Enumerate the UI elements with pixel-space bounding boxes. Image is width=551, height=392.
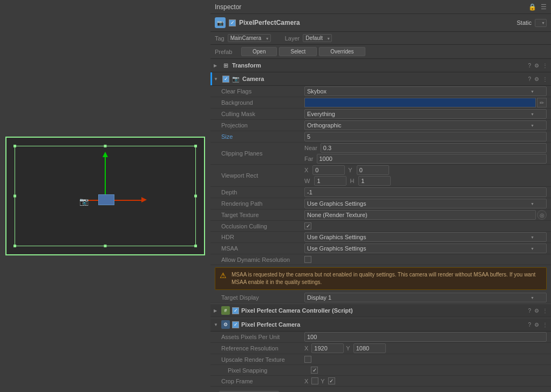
upscale-checkbox[interactable] [304,356,311,363]
clipping-planes-row: Clipping Planes Near 0.3 Far 1000 [210,143,551,165]
menu-icon[interactable]: ☰ [541,3,547,11]
pixel-perfect-camera-header[interactable]: ▼ ⚙ ✓ Pixel Perfect Camera ? ⚙ ⋮ [210,317,551,332]
crop-x-checkbox[interactable] [311,377,318,384]
size-label: Size [221,133,302,140]
transform-menu-btn[interactable]: ⋮ [542,63,548,69]
pixel-snapping-row: Pixel Snapping [210,365,551,376]
rendering-path-label: Rendering Path [221,200,302,207]
target-texture-value: None (Render Texture) [307,212,368,218]
pixel-script-help-btn[interactable]: ? [528,308,531,314]
hdr-row: HDR Use Graphics Settings [210,232,551,243]
pixel-camera-help-btn[interactable]: ? [528,322,531,328]
static-dropdown[interactable] [535,19,547,27]
transform-section-header[interactable]: ▶ ⊞ Transform ? ⚙ ⋮ [210,59,551,72]
hdr-value: Use Graphics Settings [307,234,530,240]
size-field[interactable]: 5 [304,132,547,141]
projection-dropdown[interactable]: Orthographic [304,120,547,130]
culling-mask-row: Culling Mask Everything [210,109,551,120]
tag-label: Tag [215,35,225,42]
clear-flags-dropdown[interactable]: Skybox [304,86,547,96]
camera-section-icon: 📷 [232,75,240,83]
target-display-value: Display 1 [307,294,530,301]
camera-help-btn[interactable]: ? [528,76,531,82]
clear-flags-value: Skybox [307,88,530,94]
layer-select-wrapper[interactable]: Default [303,34,332,42]
target-texture-field[interactable]: None (Render Texture) [304,210,536,220]
assets-ppu-row: Assets Pixels Per Unit 100 [210,332,551,343]
object-enabled-checkbox[interactable]: ✓ [229,19,236,26]
prefab-select-button[interactable]: Select [279,47,317,56]
prefab-open-button[interactable]: Open [241,47,277,56]
ref-res-x-field[interactable]: 1920 [311,343,344,353]
camera-enabled-checkbox[interactable]: ✓ [222,76,229,83]
assets-ppu-field[interactable]: 100 [304,332,547,342]
allow-dynamic-row: Allow Dynamic Resolution [210,254,551,265]
ref-res-y-field[interactable]: 1080 [353,343,386,353]
camera-settings-btn[interactable]: ⚙ [534,76,539,82]
inspector-content[interactable]: ▶ ⊞ Transform ? ⚙ ⋮ ▼ ✓ 📷 Camera ? ⚙ ⋮ C… [210,59,551,392]
msaa-dropdown[interactable]: Use Graphics Settings [304,244,547,253]
rendering-path-dropdown[interactable]: Use Graphics Settings [304,199,547,208]
culling-mask-value: Everything [307,111,530,117]
camera-arrow: ▼ [214,77,219,82]
upscale-label: Upscale Render Texture [221,356,302,363]
pixel-perfect-script-checkbox[interactable]: ✓ [232,307,239,314]
clipping-far-field[interactable]: 1000 [317,154,547,164]
tag-select[interactable]: MainCamera [228,34,271,42]
culling-mask-dropdown[interactable]: Everything [304,109,547,119]
crop-frame-row: Crop Frame X Y [210,376,551,387]
crop-y-checkbox[interactable] [328,377,335,384]
camera-menu-btn[interactable]: ⋮ [542,76,548,82]
rendering-path-value: Use Graphics Settings [307,200,530,207]
camera-title: Camera [242,76,264,82]
hdr-label: HDR [221,234,302,240]
target-texture-select-btn[interactable]: ◎ [537,210,547,220]
background-color-edit-btn[interactable]: ✏ [537,98,547,107]
y-axis-arrow [103,152,108,157]
pixel-snapping-label: Pixel Snapping [228,367,309,374]
clipping-planes-label: Clipping Planes [221,150,302,157]
pixel-perfect-camera-checkbox[interactable]: ✓ [232,321,239,328]
depth-field[interactable]: -1 [304,187,547,197]
lock-icon[interactable]: 🔒 [528,3,536,11]
projection-label: Projection [221,122,302,129]
background-color-field[interactable] [304,98,536,107]
pixel-camera-settings-btn[interactable]: ⚙ [534,322,539,328]
occlusion-culling-row: Occlusion Culling [210,221,551,232]
camera-section-header[interactable]: ▼ ✓ 📷 Camera ? ⚙ ⋮ [210,72,551,86]
msaa-row: MSAA Use Graphics Settings [210,243,551,254]
prefab-overrides-button[interactable]: Overrides [319,47,365,56]
occlusion-culling-checkbox[interactable] [304,222,311,229]
ref-res-x-label: X [304,345,308,352]
allow-dynamic-checkbox[interactable] [304,256,311,263]
occlusion-culling-label: Occlusion Culling [221,223,302,229]
hdr-dropdown[interactable]: Use Graphics Settings [304,232,547,242]
viewport-w-field[interactable]: 1 [314,176,346,186]
pixel-snapping-checkbox[interactable] [311,367,318,374]
pixel-script-settings-btn[interactable]: ⚙ [534,308,539,314]
tag-select-wrapper[interactable]: MainCamera [228,34,271,42]
scene-panel: 📷 [0,0,210,392]
clipping-near-field[interactable]: 0.3 [321,143,547,153]
viewport-w-label: W [304,178,310,184]
target-display-dropdown[interactable]: Display 1 [304,293,547,302]
ref-res-label: Reference Resolution [221,345,302,352]
transform-settings-btn[interactable]: ⚙ [534,63,539,69]
allow-dynamic-label: Allow Dynamic Resolution [221,256,302,263]
clear-flags-label: Clear Flags [221,88,302,94]
transform-help-btn[interactable]: ? [528,63,531,69]
static-dropdown-wrapper[interactable] [535,19,547,27]
pixel-perfect-script-header[interactable]: ▶ # ✓ Pixel Perfect Camera Controller (S… [210,303,551,317]
pixel-perfect-camera-icon: ⚙ [221,320,230,329]
layer-select[interactable]: Default [303,34,332,42]
pixel-camera-menu-btn[interactable]: ⋮ [542,322,548,328]
projection-row: Projection Orthographic [210,120,551,131]
clipping-near-label: Near [304,145,317,151]
viewport-y-field[interactable]: 0 [357,165,389,175]
transform-title: Transform [232,62,261,69]
pixel-script-menu-btn[interactable]: ⋮ [542,308,548,314]
pixel-perfect-script-arrow: ▶ [214,308,219,313]
scene-viewport[interactable]: 📷 [5,137,205,255]
viewport-h-field[interactable]: 1 [358,176,391,186]
viewport-x-field[interactable]: 0 [312,165,345,175]
